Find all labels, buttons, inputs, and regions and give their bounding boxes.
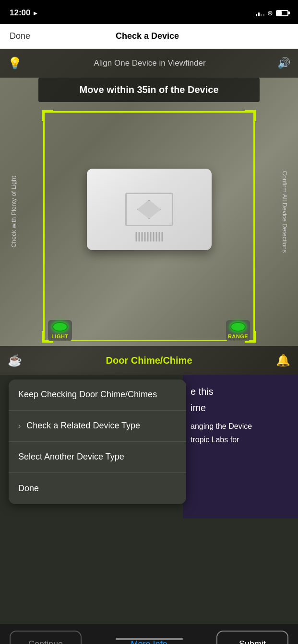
nav-title: Check a Device <box>116 31 179 41</box>
info-line-3: anging the Device <box>191 421 290 432</box>
viewfinder-frame <box>43 111 255 341</box>
range-status-label: RANGE <box>228 334 248 339</box>
light-status-dot <box>52 322 68 332</box>
light-status-label: LIGHT <box>51 334 69 339</box>
location-icon: ► <box>32 10 38 17</box>
page-container: 12:00 ► ⊛ Done Check a Device 💡 Align <box>0 0 298 644</box>
viewfinder-instruction: Align One Device in Viewfinder <box>22 58 277 68</box>
more-info-button[interactable]: More Info <box>113 631 185 644</box>
info-line-1: e this <box>191 384 290 399</box>
side-label-light: Check with Plenty of Light <box>10 164 17 260</box>
continue-button[interactable]: Continue <box>10 631 82 644</box>
camera-bottom-bar: ☕ Door Chime/Chime 🔔 <box>0 346 298 375</box>
nav-bar: Done Check a Device <box>0 24 298 49</box>
content-area: e this ime anging the Device tropic Labs… <box>0 375 298 624</box>
side-label-confirm: Confirm All Device Detections <box>281 164 288 260</box>
info-panel: e this ime anging the Device tropic Labs… <box>183 375 298 518</box>
coffee-icon: ☕ <box>8 354 22 367</box>
nav-done-button[interactable]: Done <box>10 31 30 41</box>
light-status-indicator: LIGHT <box>48 320 72 341</box>
menu-item-done[interactable]: Done <box>9 473 186 504</box>
menu-item-check-related-label: Check a Related Device Type <box>26 420 140 431</box>
status-time: 12:00 ► <box>10 8 38 18</box>
battery-icon <box>276 10 288 16</box>
menu-item-keep-checking-label: Keep Checking Door Chime/Chimes <box>18 389 157 400</box>
status-bar: 12:00 ► ⊛ <box>0 0 298 24</box>
action-bar: Continue More Info Submit <box>0 624 298 644</box>
range-status-indicator: RANGE <box>226 320 250 341</box>
bell-icon: 🔔 <box>276 354 290 367</box>
signal-icon <box>256 10 264 16</box>
device-type-label: Door Chime/Chime <box>22 355 276 366</box>
info-line-4: tropic Labs for <box>191 434 290 446</box>
menu-item-select-another-label: Select Another Device Type <box>18 451 124 462</box>
menu-item-check-related[interactable]: › Check a Related Device Type <box>9 411 186 442</box>
menu-item-done-label: Done <box>18 483 39 494</box>
info-line-2: ime <box>191 401 290 415</box>
camera-viewfinder: 💡 Align One Device in Viewfinder 🔊 Move … <box>0 49 298 375</box>
menu-item-select-another[interactable]: Select Another Device Type <box>9 442 186 473</box>
status-icons: ⊛ <box>256 9 288 17</box>
range-status-dot <box>230 322 246 332</box>
dropdown-menu: Keep Checking Door Chime/Chimes › Check … <box>9 380 186 504</box>
wifi-icon: ⊛ <box>267 9 273 17</box>
menu-item-keep-checking[interactable]: Keep Checking Door Chime/Chimes <box>9 380 186 411</box>
chevron-right-icon: › <box>18 422 21 430</box>
proximity-warning: Move within 35in of the Device <box>38 78 260 102</box>
camera-top-bar: 💡 Align One Device in Viewfinder 🔊 <box>0 49 298 78</box>
submit-button[interactable]: Submit <box>216 631 288 644</box>
corner-tl <box>42 110 53 121</box>
lightbulb-icon: 💡 <box>8 57 22 70</box>
sound-icon[interactable]: 🔊 <box>277 57 290 69</box>
corner-tr <box>245 110 256 121</box>
home-indicator <box>116 638 183 640</box>
